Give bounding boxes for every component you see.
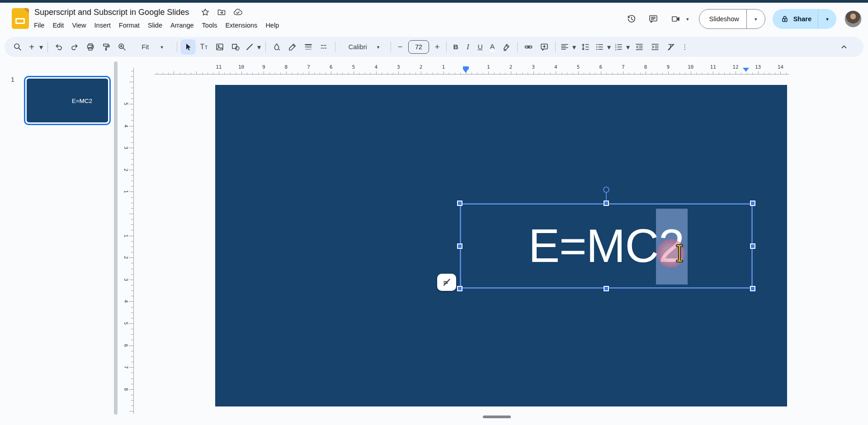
meet-camera-icon[interactable] (667, 10, 685, 28)
menu-insert[interactable]: Insert (90, 20, 115, 30)
resize-handle-e[interactable] (750, 243, 755, 249)
resize-handle-s[interactable] (604, 286, 609, 291)
rotation-handle[interactable] (603, 187, 609, 193)
lock-icon (773, 15, 789, 23)
clear-formatting-button[interactable] (663, 39, 679, 55)
camera-dropdown-icon[interactable]: ▾ (686, 17, 689, 22)
highlight-color-button[interactable] (499, 39, 514, 55)
increase-indent-button[interactable] (647, 39, 663, 55)
paint-format-icon[interactable] (99, 39, 114, 55)
numbered-list-button[interactable]: 123 (613, 39, 624, 55)
slideshow-button[interactable]: Slideshow (699, 15, 746, 23)
hide-menus-button[interactable] (836, 39, 852, 55)
insert-link-button[interactable] (521, 39, 536, 55)
toolbar: + ▾ Fit▾ TT ▾ (5, 37, 863, 57)
svg-text:3: 3 (615, 48, 617, 51)
increase-font-size-button[interactable]: + (431, 39, 443, 55)
notes-drag-handle[interactable] (483, 416, 511, 418)
ruler-indent-marker[interactable] (463, 66, 469, 73)
slide-thumbnail[interactable]: E=MC2 (24, 76, 111, 125)
menu-file[interactable]: File (30, 20, 48, 30)
insert-shape-tool[interactable] (228, 39, 243, 55)
share-button-group: Share ▾ (773, 9, 836, 29)
resize-handle-nw[interactable] (457, 201, 462, 206)
new-slide-button[interactable]: + (26, 39, 38, 55)
bold-button[interactable]: B (450, 39, 462, 55)
share-dropdown[interactable]: ▾ (818, 17, 836, 22)
decrease-font-size-button[interactable]: − (394, 39, 406, 55)
bulleted-list-button[interactable] (594, 39, 605, 55)
slideshow-dropdown[interactable]: ▾ (747, 17, 765, 22)
menu-help[interactable]: Help (261, 20, 283, 30)
account-avatar[interactable] (844, 10, 862, 28)
border-weight-tool[interactable] (301, 39, 316, 55)
ruler-right-indent-marker[interactable] (743, 68, 749, 72)
resize-handle-sw[interactable] (457, 286, 462, 291)
add-comment-button[interactable] (537, 39, 552, 55)
slide-text-before: E=MC (528, 220, 659, 272)
search-menus-icon[interactable] (10, 39, 25, 55)
align-button[interactable] (559, 39, 571, 55)
resize-handle-n[interactable] (604, 201, 609, 206)
menu-view[interactable]: View (68, 20, 90, 30)
font-size-input[interactable]: 72 (408, 40, 429, 54)
star-icon[interactable] (199, 6, 212, 19)
move-folder-icon[interactable] (215, 6, 228, 19)
logo-page-glyph (15, 18, 25, 24)
numbered-list-dropdown[interactable]: ▾ (625, 39, 631, 55)
slideshow-button-group: Slideshow ▾ (699, 9, 765, 29)
resize-handle-ne[interactable] (750, 201, 755, 206)
slide-textbox[interactable]: E=MC2 (460, 203, 753, 289)
align-dropdown[interactable]: ▾ (571, 39, 577, 55)
decrease-indent-button[interactable] (632, 39, 647, 55)
version-history-icon[interactable] (623, 10, 641, 28)
vertical-ruler: 5432112345678 (118, 68, 138, 416)
comments-icon[interactable] (644, 10, 662, 28)
menu-format[interactable]: Format (115, 20, 144, 30)
underline-button[interactable]: U (474, 39, 486, 55)
text-box-tool[interactable]: TT (196, 39, 212, 55)
logo-fold (24, 8, 29, 14)
slides-logo-icon[interactable] (12, 8, 29, 29)
border-dash-tool[interactable] (316, 39, 332, 55)
menu-extensions[interactable]: Extensions (221, 20, 261, 30)
italic-button[interactable]: I (462, 39, 474, 55)
zoom-icon[interactable] (114, 39, 130, 55)
filmstrip-scrollbar[interactable] (114, 61, 118, 415)
insert-image-tool[interactable] (212, 39, 227, 55)
select-tool[interactable] (180, 39, 196, 55)
undo-button[interactable] (51, 39, 66, 55)
text-color-button[interactable]: A (486, 39, 498, 55)
slide-thumbnail-canvas: E=MC2 (27, 79, 108, 122)
font-family-select[interactable]: Calibri▾ (339, 39, 387, 55)
text-cursor (675, 244, 684, 262)
line-dropdown[interactable]: ▾ (256, 39, 262, 55)
menu-edit[interactable]: Edit (48, 20, 68, 30)
document-title[interactable]: Superscript and Subscript in Google Slid… (34, 8, 189, 17)
menu-tools[interactable]: Tools (198, 20, 222, 30)
border-color-tool[interactable] (285, 39, 300, 55)
pen-annotation-button[interactable] (437, 274, 456, 291)
menu-arrange[interactable]: Arrange (166, 20, 198, 30)
redo-button[interactable] (67, 39, 82, 55)
fill-color-tool[interactable] (269, 39, 284, 55)
bulleted-list-dropdown[interactable]: ▾ (606, 39, 612, 55)
zoom-fit-select[interactable]: Fit▾ (130, 39, 174, 55)
insert-line-tool[interactable] (244, 39, 255, 55)
share-button[interactable]: Share (789, 15, 818, 23)
print-button[interactable] (83, 39, 98, 55)
header: Superscript and Subscript in Google Slid… (0, 3, 868, 33)
slide-number: 1 (11, 76, 14, 83)
resize-handle-w[interactable] (457, 243, 462, 249)
cloud-saved-icon[interactable] (231, 6, 244, 19)
resize-handle-se[interactable] (750, 286, 755, 291)
slide-thumbnail-text: E=MC2 (72, 97, 92, 104)
line-spacing-button[interactable] (578, 39, 593, 55)
new-slide-dropdown[interactable]: ▾ (38, 39, 44, 55)
menubar: FileEditViewInsertFormatSlideArrangeTool… (30, 19, 283, 32)
more-options-button[interactable]: ⋮ (679, 39, 691, 55)
menu-slide[interactable]: Slide (144, 20, 166, 30)
